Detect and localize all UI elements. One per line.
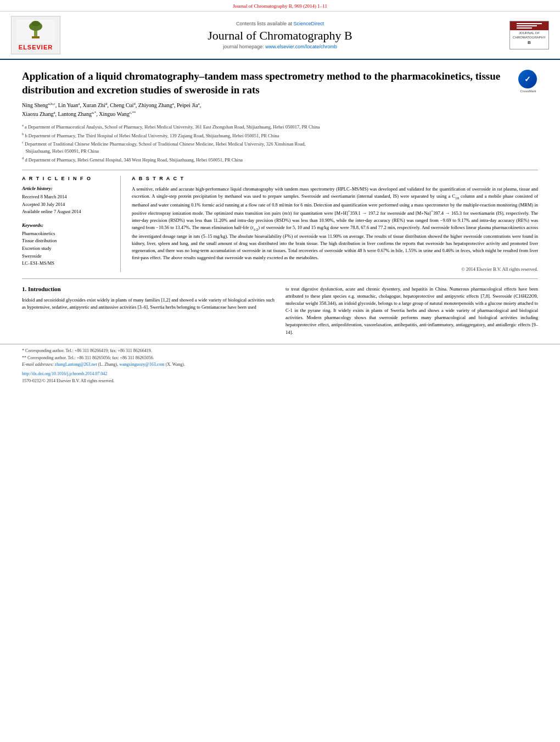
copyright-line: © 2014 Elsevier B.V. All rights reserved…	[132, 266, 538, 272]
journal-center-header: Contents lists available at ScienceDirec…	[60, 21, 500, 49]
svg-rect-4	[32, 36, 40, 38]
affil-c: c Department of Traditional Chinese Medi…	[22, 140, 538, 154]
crossmark-icon: ✓	[518, 70, 537, 88]
article-title-section: Application of a liquid chromatography–t…	[22, 70, 538, 97]
received-date: Received 8 March 2014	[22, 193, 112, 201]
sciencedirect-link[interactable]: ScienceDirect	[294, 21, 324, 26]
contents-label: Contents lists available at	[236, 21, 292, 26]
doi-link[interactable]: http://dx.doi.org/10.1016/j.jchromb.2014…	[22, 371, 538, 378]
elsevier-tree-icon	[16, 20, 55, 43]
info-abstract-section: A R T I C L E I N F O Article history: R…	[22, 170, 538, 272]
elsevier-brand-text: ELSEVIER	[15, 44, 57, 51]
keyword-pharmacokinetics: Pharmacokinetics	[22, 230, 112, 238]
introduction-section: 1. Introduction Iridoid and secoiridoid …	[0, 286, 560, 339]
footnote-star2: ** Corresponding author. Tel.: +86 311 8…	[22, 355, 538, 362]
abstract-heading: A B S T R A C T	[132, 176, 538, 181]
journal-header: ELSEVIER Contents lists available at Sci…	[0, 12, 560, 60]
authors-line: Ning Shenga,b,c, Lin Yuana, Xuran Zhid, …	[22, 101, 538, 118]
journal-right-logo: JOURNAL OFCHROMATOGRAPHY B	[500, 21, 549, 49]
affiliations-block: a a Department of Pharmaceutical Analysi…	[22, 122, 538, 163]
article-info-column: A R T I C L E I N F O Article history: R…	[22, 176, 121, 272]
footnotes-section: * Corresponding author. Tel.: +86 311 86…	[0, 344, 560, 369]
journal-homepage-line: journal homepage: www.elsevier.com/locat…	[66, 44, 494, 49]
abstract-text: A sensitive, reliable and accurate high-…	[132, 186, 538, 262]
svg-point-3	[31, 21, 40, 26]
intro-right-text: to treat digestive dysfunction, acute an…	[285, 286, 538, 336]
crossmark-badge[interactable]: ✓ CrossMark	[518, 70, 538, 90]
affil-a: a a Department of Pharmaceutical Analysi…	[22, 122, 538, 131]
keyword-lcms: LC–ESI–MS/MS	[22, 260, 112, 267]
keywords-section: Keywords: Pharmacokinetics Tissue distri…	[22, 222, 112, 267]
homepage-label: journal homepage:	[223, 44, 264, 49]
homepage-url[interactable]: www.elsevier.com/locate/chromb	[265, 44, 337, 49]
intro-right-column: to treat digestive dysfunction, acute an…	[285, 286, 538, 339]
section-divider	[22, 278, 538, 279]
article-info-heading: A R T I C L E I N F O	[22, 176, 112, 181]
page-footer: http://dx.doi.org/10.1016/j.jchromb.2014…	[0, 369, 560, 387]
intro-section-title: 1. Introduction	[22, 286, 275, 292]
available-online-date: Available online 7 August 2014	[22, 208, 112, 216]
email-link-2[interactable]: wangxinguozy@163.com	[119, 362, 164, 367]
intro-left-column: 1. Introduction Iridoid and secoiridoid …	[22, 286, 275, 339]
intro-left-text: Iridoid and secoiridoid glycosides exist…	[22, 297, 275, 311]
keywords-label: Keywords:	[22, 222, 112, 228]
accepted-date: Accepted 30 July 2014	[22, 201, 112, 209]
article-history-label: Article history:	[22, 186, 112, 191]
abstract-column: A B S T R A C T A sensitive, reliable an…	[132, 176, 538, 272]
journal-title: Journal of Chromatography B	[66, 29, 494, 43]
affil-b: b b Department of Pharmacy, The Third Ho…	[22, 131, 538, 140]
elsevier-logo: ELSEVIER	[11, 16, 60, 54]
email-link-1[interactable]: zhangLantong@263.net	[55, 362, 97, 367]
crossmark-label: CrossMark	[518, 90, 538, 93]
issn-line: 1570-0232/© 2014 Elsevier B.V. All right…	[22, 378, 538, 385]
keyword-tissue-distribution: Tissue distribution	[22, 237, 112, 245]
article-area: Application of a liquid chromatography–t…	[0, 60, 560, 279]
journal-reference-bar: Journal of Chromatography B, 969 (2014) …	[0, 0, 560, 12]
keyword-excretion-study: Excretion study	[22, 245, 112, 253]
keyword-sweroside: Sweroside	[22, 253, 112, 260]
contents-available-line: Contents lists available at ScienceDirec…	[66, 21, 494, 26]
affil-d: d d Department of Pharmacy, Hebei Genera…	[22, 155, 538, 164]
footnote-email: E-mail addresses: zhangLantong@263.net (…	[22, 361, 538, 369]
article-title: Application of a liquid chromatography–t…	[22, 70, 513, 97]
journal-ref-text: Journal of Chromatography B, 969 (2014) …	[233, 3, 327, 9]
footnote-star1: * Corresponding author. Tel.: +86 311 86…	[22, 348, 538, 355]
